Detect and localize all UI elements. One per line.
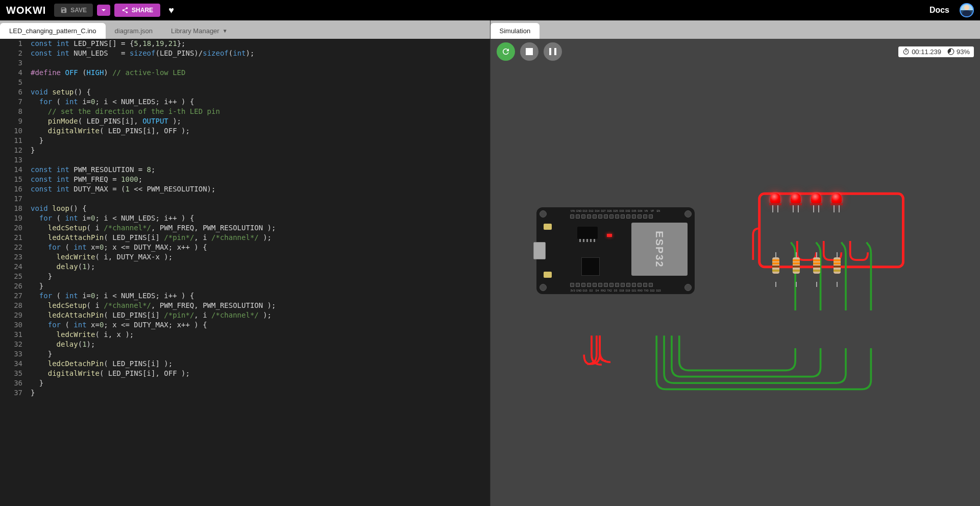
code-line[interactable]: 27 for ( int i=0; i < NUM_LEDS; i++ ) { xyxy=(0,291,490,301)
code-line[interactable]: 19 for ( int i=0; i < NUM_LEDS; i++ ) { xyxy=(0,213,490,223)
code-line[interactable]: 21 ledcAttachPin( LED_PINS[i] /*pin*/, i… xyxy=(0,233,490,243)
code-line[interactable]: 14const int PWM_RESOLUTION = 8; xyxy=(0,165,490,175)
code-line[interactable]: 33 } xyxy=(0,349,490,359)
logo[interactable]: WOKWI xyxy=(6,5,46,16)
user-avatar[interactable] xyxy=(960,3,974,17)
code-line[interactable]: 18void loop() { xyxy=(0,204,490,213)
code-line[interactable]: 37} xyxy=(0,388,490,398)
led-2[interactable] xyxy=(791,193,801,206)
led-1[interactable] xyxy=(770,193,780,206)
code-line[interactable]: 34 ledcDetachPin( LED_PINS[i] ); xyxy=(0,359,490,369)
editor-tabs: LED_changing_pattern_C.ino diagram.json … xyxy=(0,20,490,39)
code-line[interactable]: 31 ledcWrite( i, x ); xyxy=(0,330,490,340)
code-line[interactable]: 11 } xyxy=(0,136,490,146)
voltage-regulator xyxy=(577,227,598,239)
code-line[interactable]: 22 for ( int x=0; x <= DUTY_MAX; x++ ) { xyxy=(0,243,490,252)
code-line[interactable]: 17 xyxy=(0,194,490,204)
simulation-tabs: Simulation xyxy=(491,20,981,39)
docs-link[interactable]: Docs xyxy=(929,6,949,15)
simulation-time: 00:11.239 xyxy=(912,48,941,56)
power-led xyxy=(607,234,612,237)
svg-rect-0 xyxy=(526,48,533,55)
pause-icon xyxy=(549,48,556,55)
code-line[interactable]: 10 digitalWrite( LED_PINS[i], OFF ); xyxy=(0,126,490,136)
usb-port xyxy=(533,242,546,259)
restart-button[interactable] xyxy=(497,42,515,61)
chevron-down-icon: ▼ xyxy=(223,28,228,34)
code-line[interactable]: 5 xyxy=(0,78,490,87)
pause-button[interactable] xyxy=(544,42,562,61)
board-button-en[interactable] xyxy=(544,224,552,230)
simulation-status: 00:11.239 93% xyxy=(898,46,974,57)
simulation-canvas[interactable]: ESP32 VINGNDD13D12D14D27D26D25D33D32D35D… xyxy=(491,64,981,506)
share-button[interactable]: SHARE xyxy=(114,4,160,17)
code-line[interactable]: 7 for ( int i=0; i < NUM_LEDS; i++ ) { xyxy=(0,97,490,107)
code-line[interactable]: 35 digitalWrite( LED_PINS[i], OFF ); xyxy=(0,369,490,378)
save-button[interactable]: SAVE xyxy=(54,4,93,17)
chevron-down-icon xyxy=(101,8,106,13)
code-line[interactable]: 29 ledcAttachPin( LED_PINS[i] /*pin*/, i… xyxy=(0,310,490,320)
stopwatch-icon xyxy=(902,48,910,55)
usb-chip xyxy=(581,257,600,276)
save-label: SAVE xyxy=(70,7,87,14)
code-line[interactable]: 23 ledcWrite( i, DUTY_MAX-x ); xyxy=(0,252,490,262)
save-icon xyxy=(60,7,67,14)
tab-library-manager[interactable]: Library Manager ▼ xyxy=(162,23,237,39)
code-line[interactable]: 12} xyxy=(0,146,490,155)
stop-button[interactable] xyxy=(520,42,538,61)
code-line[interactable]: 32 delay(1); xyxy=(0,340,490,349)
resistor-2[interactable] xyxy=(793,257,800,282)
code-line[interactable]: 4#define OFF (HIGH) // active-low LED xyxy=(0,68,490,78)
code-line[interactable]: 25 } xyxy=(0,272,490,281)
editor-panel: LED_changing_pattern_C.ino diagram.json … xyxy=(0,20,491,506)
resistor-3[interactable] xyxy=(813,257,820,282)
code-line[interactable]: 28 ledcSetup( i /*channel*/, PWM_FREQ, P… xyxy=(0,301,490,310)
simulation-perf: 93% xyxy=(957,48,970,56)
tab-diagram[interactable]: diagram.json xyxy=(106,23,162,39)
code-line[interactable]: 15const int PWM_FREQ = 1000; xyxy=(0,175,490,184)
share-icon xyxy=(121,7,129,14)
restart-icon xyxy=(501,47,510,56)
svg-rect-2 xyxy=(554,48,556,55)
board-button-boot[interactable] xyxy=(544,272,552,278)
save-dropdown-button[interactable] xyxy=(97,5,110,16)
code-line[interactable]: 36 } xyxy=(0,378,490,388)
code-line[interactable]: 6void setup() { xyxy=(0,87,490,97)
code-line[interactable]: 1const int LED_PINS[] = {5,18,19,21}; xyxy=(0,39,490,49)
stop-icon xyxy=(526,48,533,55)
code-line[interactable]: 3 xyxy=(0,58,490,68)
code-line[interactable]: 26 } xyxy=(0,281,490,291)
topbar: WOKWI SAVE SHARE ♥ Docs xyxy=(0,0,980,20)
code-line[interactable]: 9 pinMode( LED_PINS[i], OUTPUT ); xyxy=(0,116,490,126)
tab-simulation[interactable]: Simulation xyxy=(491,23,540,39)
share-label: SHARE xyxy=(132,7,153,14)
led-3[interactable] xyxy=(811,193,821,206)
code-line[interactable]: 2const int NUM_LEDS = sizeof(LED_PINS)/s… xyxy=(0,49,490,58)
esp32-chip: ESP32 xyxy=(631,223,688,276)
speedometer-icon xyxy=(947,48,954,55)
favorite-button[interactable]: ♥ xyxy=(168,5,174,16)
code-editor[interactable]: 1const int LED_PINS[] = {5,18,19,21};2co… xyxy=(0,39,490,506)
led-4[interactable] xyxy=(831,193,842,206)
code-line[interactable]: 30 for ( int x=0; x <= DUTY_MAX; x++ ) { xyxy=(0,320,490,330)
simulation-panel: Simulation 00:11.239 93% xyxy=(491,20,981,506)
svg-rect-1 xyxy=(549,48,551,55)
tab-library-label: Library Manager xyxy=(171,27,219,35)
code-line[interactable]: 16const int DUTY_MAX = (1 << PWM_RESOLUT… xyxy=(0,184,490,194)
code-line[interactable]: 8 // set the direction of the i-th LED p… xyxy=(0,107,490,116)
chip-label: ESP32 xyxy=(653,231,665,268)
resistor-1[interactable] xyxy=(772,257,779,282)
code-line[interactable]: 24 delay(1); xyxy=(0,262,490,272)
resistor-4[interactable] xyxy=(834,257,841,282)
code-line[interactable]: 13 xyxy=(0,155,490,165)
esp32-board[interactable]: ESP32 VINGNDD13D12D14D27D26D25D33D32D35D… xyxy=(536,207,695,294)
code-line[interactable]: 20 ledcSetup( i /*channel*/, PWM_FREQ, P… xyxy=(0,223,490,233)
tab-sketch[interactable]: LED_changing_pattern_C.ino xyxy=(0,23,106,39)
simulation-toolbar: 00:11.239 93% xyxy=(491,39,981,64)
